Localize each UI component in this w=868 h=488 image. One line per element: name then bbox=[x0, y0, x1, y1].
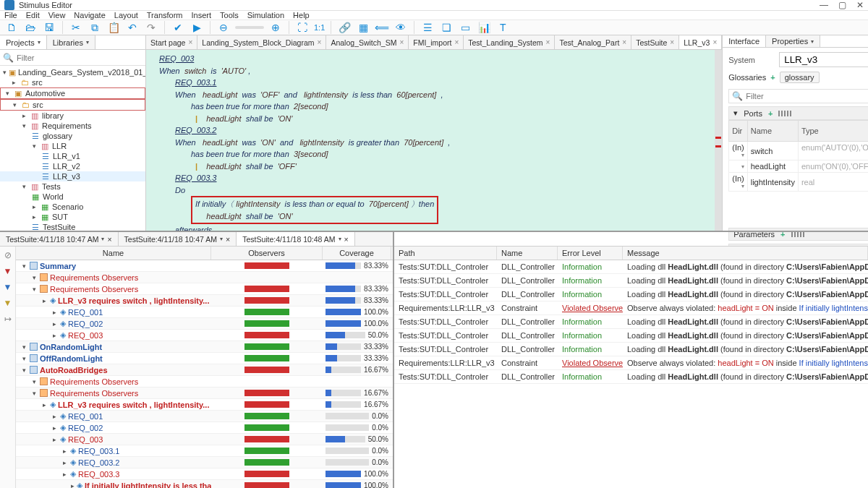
ports-row[interactable]: ▾headLightenum('ON'(0),'OFF'(1))▾▾OFFcon… bbox=[729, 160, 868, 173]
ports-section-header[interactable]: ▾Ports + bbox=[728, 106, 868, 120]
tree-root1[interactable]: ▾▣Landing_Gears_System_v2018_01_26 bbox=[0, 67, 145, 77]
new-file-icon[interactable]: 🗋 bbox=[4, 20, 19, 35]
tree-llr-v3[interactable]: ☰LLR_v3 bbox=[0, 171, 145, 181]
tab-analog-switch[interactable]: Analog_Switch_SM× bbox=[326, 35, 409, 49]
projects-filter-input[interactable] bbox=[17, 53, 142, 62]
results-row[interactable]: ▸◈REQ_003.20.0% bbox=[16, 457, 393, 468]
tree-tests[interactable]: ▾▥Tests bbox=[0, 181, 145, 192]
results-row[interactable]: ▸◈REQ_00350.0% bbox=[16, 434, 393, 445]
menu-help[interactable]: Help bbox=[293, 11, 310, 20]
text-icon[interactable]: T bbox=[495, 20, 510, 35]
tab-properties[interactable]: Properties▾ bbox=[766, 35, 820, 47]
message-row[interactable]: Tests:SUT:DLL_ControlerDLL_ControllerInf… bbox=[394, 260, 868, 274]
col-coverage[interactable]: Coverage bbox=[323, 247, 391, 260]
results-row[interactable]: ▾Requirements Observers bbox=[16, 376, 393, 388]
message-row[interactable]: Tests:SUT:DLL_ControlerDLL_ControllerInf… bbox=[394, 343, 868, 356]
zoom-out-icon[interactable]: ⊖ bbox=[216, 20, 231, 35]
menu-tools[interactable]: Tools bbox=[220, 11, 239, 20]
run-icon[interactable]: ▶ bbox=[190, 20, 204, 35]
grid-icon[interactable]: ▦ bbox=[356, 20, 370, 35]
zoom-ratio[interactable]: 1:1 bbox=[314, 23, 325, 32]
cut-icon[interactable]: ✂ bbox=[69, 20, 83, 35]
glossaries-add[interactable]: + bbox=[770, 73, 775, 82]
list-icon[interactable]: ☰ bbox=[420, 20, 435, 35]
editor-body[interactable]: REQ_003 When switch is 'AUTO' , REQ_003.… bbox=[146, 50, 722, 231]
redo-icon[interactable]: ↷ bbox=[144, 20, 158, 35]
results-row[interactable]: ▸◈REQ_002100.0% bbox=[16, 318, 393, 330]
fit-icon[interactable]: ⛶ bbox=[295, 20, 310, 35]
tree-glossary[interactable]: ☰glossary bbox=[0, 131, 145, 141]
error-marker[interactable] bbox=[715, 145, 721, 147]
tree-root2-src[interactable]: ▾🗀src bbox=[0, 99, 145, 111]
ports-row[interactable]: (In)▾lightIntensityreal▾adimensional▾rea… bbox=[729, 173, 868, 192]
menu-view[interactable]: View bbox=[48, 11, 66, 20]
col-error-level[interactable]: Error Level bbox=[558, 247, 623, 260]
filter-blue-icon[interactable]: ▼ bbox=[2, 281, 14, 293]
paste-icon[interactable]: 📋 bbox=[106, 20, 121, 35]
message-row[interactable]: Tests:SUT:DLL_ControlerDLL_ControllerInf… bbox=[394, 315, 868, 329]
results-tab-2[interactable]: TestSuite:4/11/18 10:47 AM▾× bbox=[119, 232, 237, 246]
results-row[interactable]: ▾AutoRoadBridges16.67% bbox=[16, 364, 393, 376]
results-tab-3[interactable]: TestSuite:4/11/18 10:48 AM▾× bbox=[237, 232, 355, 246]
save-icon[interactable]: 🖫 bbox=[42, 20, 56, 35]
tree-testsuite[interactable]: ☰TestSuite bbox=[0, 222, 145, 231]
results-row[interactable]: ▸◈LLR_v3 requires switch , lightIntensit… bbox=[16, 399, 393, 411]
clear-icon[interactable]: ⊘ bbox=[2, 249, 14, 261]
message-row[interactable]: Tests:SUT:DLL_ControlerDLL_ControllerInf… bbox=[394, 288, 868, 301]
chart-icon[interactable]: 📊 bbox=[477, 20, 491, 35]
maximize-button[interactable]: ▢ bbox=[838, 0, 846, 10]
tab-fmi-import[interactable]: FMI_import× bbox=[409, 35, 464, 49]
message-row[interactable]: Requirements:LLR:LLR_v3ConstraintViolate… bbox=[394, 356, 868, 370]
copy-icon[interactable]: ⧉ bbox=[88, 20, 102, 35]
menu-edit[interactable]: Edit bbox=[26, 11, 40, 20]
eye-icon[interactable]: 👁 bbox=[393, 20, 408, 35]
col-message[interactable]: Message bbox=[623, 247, 868, 260]
zoom-in-icon[interactable]: ⊕ bbox=[268, 20, 283, 35]
tree-root1-src[interactable]: ▸🗀src bbox=[0, 77, 145, 87]
tab-testsuite[interactable]: TestSuite× bbox=[631, 35, 679, 49]
tab-interface[interactable]: Interface bbox=[723, 35, 766, 47]
tree-llr-v1[interactable]: ☰LLR_v1 bbox=[0, 151, 145, 161]
results-tab-1[interactable]: TestSuite:4/11/18 10:47 AM▾× bbox=[0, 232, 119, 246]
menu-navigate[interactable]: Navigate bbox=[74, 11, 105, 20]
tab-projects[interactable]: Projects▾ bbox=[0, 35, 47, 49]
ports-row[interactable]: (In)▾switchenum('AUTO'(0),'ON'(1),'OFF'(… bbox=[729, 142, 868, 160]
undo-icon[interactable]: ↶ bbox=[125, 20, 140, 35]
results-row[interactable]: ▸◈REQ_001100.0% bbox=[16, 307, 393, 318]
col-name[interactable]: Name bbox=[16, 247, 211, 260]
results-row[interactable]: ▾OnRandomLight33.33% bbox=[16, 341, 393, 353]
results-row[interactable]: ▸◈REQ_00350.0% bbox=[16, 330, 393, 341]
message-row[interactable]: Tests:SUT:DLL_ControlerDLL_ControllerInf… bbox=[394, 274, 868, 288]
results-row[interactable]: ▾Requirements Observers bbox=[16, 272, 393, 283]
results-row[interactable]: ▸◈REQ_0020.0% bbox=[16, 422, 393, 434]
menu-file[interactable]: File bbox=[4, 11, 17, 20]
results-row[interactable]: ▸◈REQ_003.3100.0% bbox=[16, 468, 393, 480]
glossary-chip[interactable]: glossary bbox=[780, 72, 820, 83]
open-file-icon[interactable]: 🗁 bbox=[23, 20, 38, 35]
tree-library[interactable]: ▸▥library bbox=[0, 111, 145, 121]
zoom-slider[interactable] bbox=[235, 26, 264, 29]
format-icon[interactable]: ❏ bbox=[439, 20, 454, 35]
col-observers[interactable]: Observers bbox=[211, 247, 323, 260]
check-icon[interactable]: ✔ bbox=[171, 20, 185, 35]
tree-llr[interactable]: ▾▥LLR bbox=[0, 141, 145, 151]
col-type[interactable]: Type bbox=[798, 121, 868, 142]
results-row[interactable]: ▾Requirements Observers83.33% bbox=[16, 283, 393, 295]
results-row[interactable]: ▾Summary83.33% bbox=[16, 260, 393, 272]
block-icon[interactable]: ▭ bbox=[458, 20, 472, 35]
tab-test-landing[interactable]: Test_Landing_System× bbox=[464, 35, 555, 49]
message-row[interactable]: Tests:SUT:DLL_ControlerDLL_ControllerInf… bbox=[394, 370, 868, 384]
results-row[interactable]: ▸◈REQ_0010.0% bbox=[16, 411, 393, 422]
results-row[interactable]: ▸◈REQ_003.10.0% bbox=[16, 445, 393, 457]
system-field[interactable] bbox=[779, 52, 868, 67]
results-row[interactable]: ▾OffRandomLight33.33% bbox=[16, 353, 393, 364]
col-dir[interactable]: Dir bbox=[729, 121, 748, 142]
tab-start-page[interactable]: Start page× bbox=[146, 35, 197, 49]
col-name[interactable]: Name bbox=[747, 121, 798, 142]
results-row[interactable]: ▸◈If initially lightIntensity is less th… bbox=[16, 480, 393, 488]
close-button[interactable]: ✕ bbox=[856, 0, 864, 10]
error-marker[interactable] bbox=[715, 137, 721, 139]
tab-libraries[interactable]: Libraries▾ bbox=[47, 35, 95, 49]
tree-root2[interactable]: ▾▣Automotive bbox=[0, 87, 145, 99]
message-row[interactable]: Tests:SUT:DLL_ControlerDLL_ControllerInf… bbox=[394, 329, 868, 343]
